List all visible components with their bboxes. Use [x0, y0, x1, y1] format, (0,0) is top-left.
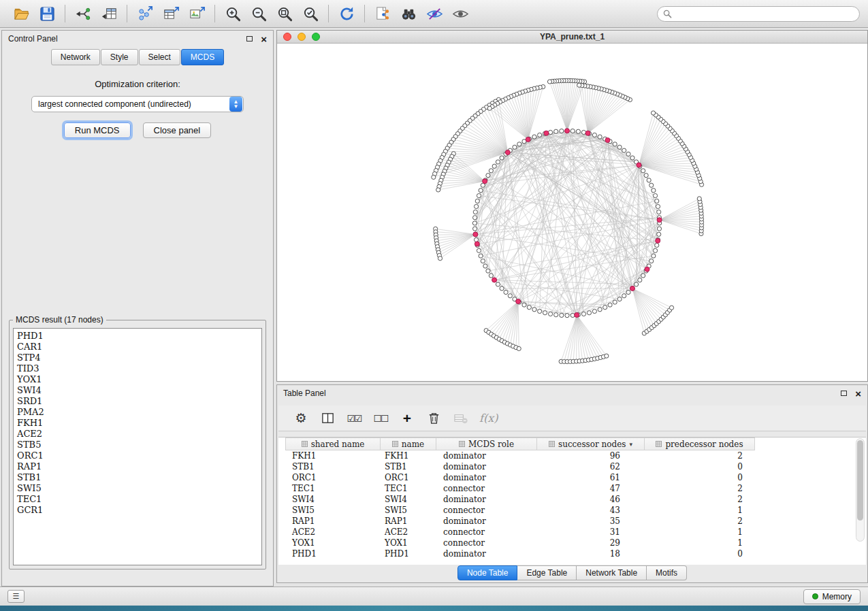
table-cell[interactable]: connector [436, 527, 537, 538]
table-cell[interactable]: 0 [645, 472, 755, 483]
table-cell[interactable]: 47 [537, 483, 645, 494]
table-cell[interactable]: 1 [645, 538, 755, 548]
mcds-result-item[interactable]: PHD1 [17, 331, 258, 342]
table-row[interactable]: ACE2ACE2connector311 [285, 527, 866, 538]
tab-style[interactable]: Style [101, 49, 138, 65]
column-header-successor-nodes[interactable]: successor nodes▾ [537, 437, 645, 450]
table-cell[interactable]: 35 [537, 516, 645, 527]
table-cell[interactable]: STB1 [381, 461, 436, 472]
close-panel-icon[interactable]: × [261, 34, 267, 44]
table-cell[interactable]: RAP1 [381, 516, 436, 527]
table-cell[interactable]: 29 [537, 538, 645, 548]
float-table-panel-icon[interactable] [841, 391, 847, 396]
network-graph[interactable] [277, 44, 867, 381]
table-cell[interactable]: dominator [436, 461, 537, 472]
table-cell[interactable]: 2 [645, 483, 755, 494]
table-cell[interactable]: FKH1 [285, 450, 381, 461]
table-cell[interactable]: dominator [436, 472, 537, 483]
table-cell[interactable]: 61 [537, 472, 645, 483]
mcds-result-item[interactable]: STP4 [17, 352, 258, 363]
table-cell[interactable]: 96 [537, 450, 645, 461]
table-cell[interactable]: connector [436, 483, 537, 494]
select-all-button[interactable]: ☑☑ [347, 410, 361, 427]
table-cell[interactable]: ORC1 [381, 472, 436, 483]
table-cell[interactable]: SWI4 [381, 494, 436, 505]
mcds-result-item[interactable]: ORC1 [17, 450, 258, 461]
table-cell[interactable]: PHD1 [285, 548, 381, 559]
close-panel-button[interactable]: Close panel [143, 122, 212, 138]
table-cell[interactable]: STB1 [285, 461, 381, 472]
zoom-out-button[interactable] [246, 3, 272, 24]
table-cell[interactable]: 1 [645, 505, 755, 516]
table-row[interactable]: SWI5SWI5connector431 [285, 505, 866, 516]
table-cell[interactable]: 0 [645, 461, 755, 472]
window-maximize-button[interactable] [312, 33, 320, 41]
table-cell[interactable]: TEC1 [285, 483, 381, 494]
export-network-button[interactable] [132, 3, 158, 24]
deselect-all-button[interactable]: ☐☐ [373, 410, 388, 427]
table-row[interactable]: ORC1ORC1dominator610 [285, 472, 866, 483]
zoom-in-button[interactable] [220, 3, 246, 24]
table-cell[interactable]: YOX1 [381, 538, 436, 548]
table-cell[interactable]: RAP1 [285, 516, 381, 527]
find-binoculars-button[interactable] [396, 3, 421, 24]
table-cell[interactable]: ORC1 [285, 472, 381, 483]
table-cell[interactable]: FKH1 [381, 450, 436, 461]
table-cell[interactable]: TEC1 [381, 483, 436, 494]
search-field[interactable] [657, 6, 860, 22]
mcds-result-item[interactable]: PMA2 [17, 407, 258, 418]
table-cell[interactable]: 18 [537, 548, 645, 559]
table-cell[interactable]: dominator [436, 548, 537, 559]
tab-motifs[interactable]: Motifs [647, 565, 687, 580]
column-header-shared-name[interactable]: shared name [285, 437, 381, 450]
tab-network[interactable]: Network [51, 49, 100, 65]
export-table-button[interactable] [158, 3, 184, 24]
column-header-predecessor-nodes[interactable]: predecessor nodes [645, 437, 755, 450]
network-canvas[interactable] [277, 44, 867, 381]
table-cell[interactable]: YOX1 [285, 538, 381, 548]
memory-button[interactable]: Memory [803, 589, 861, 604]
table-cell[interactable]: connector [436, 538, 537, 548]
column-header-name[interactable]: name [381, 437, 436, 450]
table-row[interactable]: YOX1YOX1connector291 [285, 538, 866, 548]
table-cell[interactable]: 2 [645, 494, 755, 505]
birds-eye-view-button[interactable] [447, 3, 473, 24]
delete-column-button[interactable] [426, 410, 441, 427]
table-cell[interactable]: 46 [537, 494, 645, 505]
export-image-button[interactable] [184, 3, 210, 24]
table-cell[interactable]: SWI5 [285, 505, 381, 516]
table-cell[interactable]: 1 [645, 527, 755, 538]
table-cell[interactable]: ACE2 [285, 527, 381, 538]
save-session-button[interactable] [34, 3, 60, 24]
table-cell[interactable]: dominator [436, 516, 537, 527]
table-cell[interactable]: 62 [537, 461, 645, 472]
status-menu-button[interactable]: ☰ [7, 590, 25, 603]
mcds-result-item[interactable]: STB1 [17, 472, 258, 483]
table-cell[interactable]: 2 [645, 516, 755, 527]
mcds-result-item[interactable]: ACE2 [17, 429, 258, 440]
table-cell[interactable]: PHD1 [381, 548, 436, 559]
optimization-criterion-dropdown[interactable]: largest connected component (undirected)… [31, 96, 244, 112]
graphics-details-button[interactable] [421, 3, 447, 24]
table-scrollbar-thumb[interactable] [857, 440, 863, 521]
table-cell[interactable]: 31 [537, 527, 645, 538]
table-cell[interactable]: 43 [537, 505, 645, 516]
table-cell[interactable]: dominator [436, 494, 537, 505]
tab-edge-table[interactable]: Edge Table [517, 565, 577, 580]
mcds-result-item[interactable]: TID3 [17, 363, 258, 374]
mcds-result-item[interactable]: FKH1 [17, 418, 258, 429]
mcds-result-item[interactable]: SRD1 [17, 396, 258, 407]
table-cell[interactable]: 0 [645, 548, 755, 559]
mcds-result-item[interactable]: RAP1 [17, 461, 258, 472]
float-panel-icon[interactable] [246, 36, 253, 42]
import-table-button[interactable] [96, 3, 122, 24]
table-row[interactable]: TEC1TEC1connector472 [285, 483, 866, 494]
column-header-MCDS-role[interactable]: MCDS role [436, 437, 537, 450]
tab-mcds[interactable]: MCDS [181, 49, 224, 65]
window-minimize-button[interactable] [298, 33, 306, 41]
mcds-result-list[interactable]: PHD1CAR1STP4TID3YOX1SWI4SRD1PMA2FKH1ACE2… [13, 328, 262, 565]
mcds-result-item[interactable]: STB5 [17, 440, 258, 450]
import-network-button[interactable] [70, 3, 96, 24]
table-cell[interactable]: ACE2 [381, 527, 436, 538]
open-session-button[interactable] [8, 3, 34, 24]
